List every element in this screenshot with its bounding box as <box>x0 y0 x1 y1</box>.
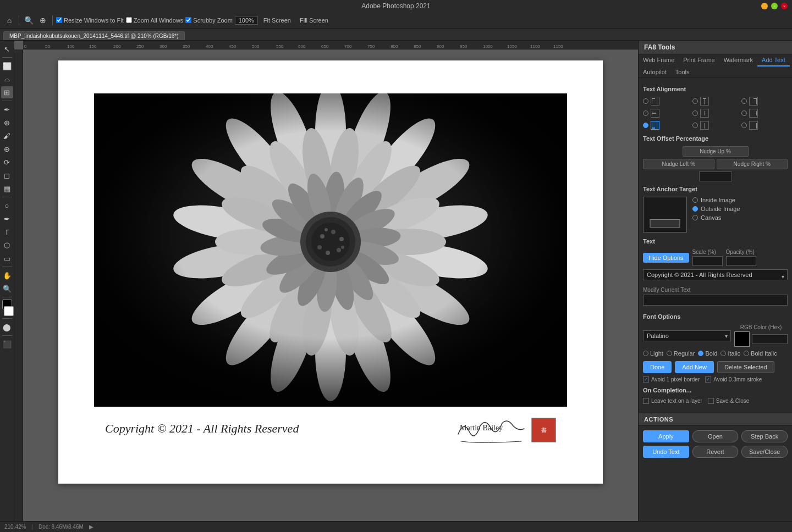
minimize-button[interactable]: − <box>761 3 768 9</box>
crop-tool[interactable]: ⊞ <box>1 86 13 98</box>
eyedropper-tool[interactable]: ✒ <box>1 103 13 115</box>
anchor-inside-image[interactable]: Inside Image <box>692 197 740 203</box>
scrubby-zoom-checkbox[interactable]: Scrubby Zoom <box>185 17 233 24</box>
text-preset-dropdown[interactable]: Copyright © 2021 - All Rights Reserved <box>643 269 788 280</box>
hide-options-button[interactable]: Hide Options <box>643 253 689 263</box>
resize-windows-checkbox[interactable]: Resize Windows to Fit <box>56 17 124 24</box>
close-button[interactable]: × <box>781 3 788 9</box>
modify-text-input[interactable]: Copyright © 2021 – All Rights Reserved <box>643 295 788 306</box>
align-radio-1-0[interactable] <box>643 110 648 116</box>
done-button[interactable]: Done <box>643 361 672 373</box>
zoom-all-input[interactable] <box>126 17 132 23</box>
history-tool[interactable]: ⟳ <box>1 156 13 168</box>
align-radio-1-2[interactable] <box>741 110 747 116</box>
shape-tool[interactable]: ▭ <box>1 252 13 264</box>
pen-tool[interactable]: ✒ <box>1 213 13 225</box>
color-swatch[interactable] <box>734 331 750 347</box>
align-radio-2-0[interactable] <box>643 123 648 128</box>
opacity-input[interactable]: 100 <box>726 256 756 266</box>
maximize-button[interactable]: + <box>771 3 778 9</box>
font-select[interactable]: Palatino <box>643 330 731 341</box>
save-close-box[interactable] <box>708 398 714 404</box>
marquee-tool[interactable]: ⬜ <box>1 60 13 72</box>
hand-tool[interactable]: ✋ <box>1 269 13 281</box>
align-radio-0-0[interactable] <box>643 98 648 104</box>
anchor-inside-radio[interactable] <box>692 197 698 203</box>
home-icon[interactable]: ⌂ <box>3 14 15 26</box>
rgb-hex-input[interactable]: #000000 <box>752 334 788 344</box>
zoom-all-checkbox[interactable]: Zoom All Windows <box>126 17 183 24</box>
leave-text-checkbox[interactable]: Leave text on a layer <box>643 398 702 404</box>
avoid-stroke-box[interactable] <box>705 376 711 383</box>
fill-screen-button[interactable]: Fill Screen <box>296 16 332 25</box>
apply-button[interactable]: Apply <box>643 430 689 442</box>
tab-autopilot[interactable]: Autopilot <box>639 66 671 77</box>
zoom-input[interactable] <box>235 16 258 25</box>
revert-button[interactable]: Revert <box>692 446 739 458</box>
eraser-tool[interactable]: ◻ <box>1 169 13 181</box>
nudge-left-button[interactable]: Nudge Left % <box>643 159 714 169</box>
style-light[interactable]: Light <box>643 350 663 357</box>
nudge-up-button[interactable]: Nudge Up % <box>683 146 749 157</box>
lasso-tool[interactable]: ⌓ <box>1 73 13 85</box>
tab-tools[interactable]: Tools <box>671 66 694 77</box>
healing-tool[interactable]: ⊕ <box>1 117 13 129</box>
zoom-icon[interactable]: ⊕ <box>37 14 49 26</box>
style-regular[interactable]: Regular <box>667 350 695 357</box>
align-radio-0-2[interactable] <box>741 98 747 104</box>
anchor-canvas[interactable]: Canvas <box>692 214 740 221</box>
align-radio-2-1[interactable] <box>692 123 698 128</box>
align-bot-center[interactable] <box>692 121 739 130</box>
avoid-stroke-checkbox[interactable]: Avoid 0.3mm stroke <box>705 376 762 383</box>
search-icon[interactable]: 🔍 <box>23 14 35 26</box>
undo-text-button[interactable]: Undo Text <box>643 446 689 458</box>
avoid-pixel-checkbox[interactable]: Avoid 1 pixel border <box>643 376 700 383</box>
status-arrow[interactable]: ▶ <box>89 524 94 530</box>
tab-watermark[interactable]: Watermark <box>719 54 757 66</box>
open-button[interactable]: Open <box>692 430 739 442</box>
style-light-radio[interactable] <box>643 351 648 356</box>
document-tab[interactable]: MBP_lindaishokubutsukouen_20141114_5446.… <box>3 31 185 40</box>
screen-mode[interactable]: ⬛ <box>1 338 13 350</box>
scale-input[interactable]: 30 <box>692 256 723 266</box>
quick-mask[interactable]: ⬤ <box>1 321 13 333</box>
style-italic-radio[interactable] <box>721 351 726 356</box>
align-bot-left[interactable] <box>643 121 689 130</box>
resize-windows-input[interactable] <box>56 17 62 23</box>
align-radio-2-2[interactable] <box>741 123 747 128</box>
scrubby-zoom-input[interactable] <box>185 17 191 23</box>
tab-add-text[interactable]: Add Text <box>757 54 790 66</box>
save-close-checkbox[interactable]: Save & Close <box>708 398 750 404</box>
align-radio-1-1[interactable] <box>692 110 698 116</box>
canvas-wrapper[interactable]: Copyright © 2021 - All Rights Reserved M… <box>23 49 638 521</box>
style-bold-radio[interactable] <box>698 351 703 356</box>
path-tool[interactable]: ⬡ <box>1 239 13 251</box>
offset-value-input[interactable]: 2 <box>699 171 732 181</box>
save-close-action-button[interactable]: Save/Close <box>741 446 788 458</box>
anchor-outside-radio[interactable] <box>692 206 698 212</box>
step-back-button[interactable]: Step Back <box>741 430 788 442</box>
style-bold-italic[interactable]: Bold Italic <box>744 350 777 357</box>
dodge-tool[interactable]: ○ <box>1 199 13 212</box>
zoom-tool[interactable]: 🔍 <box>1 282 13 295</box>
style-italic[interactable]: Italic <box>721 350 740 357</box>
tab-web-frame[interactable]: Web Frame <box>639 54 679 66</box>
align-top-center[interactable] <box>692 97 739 106</box>
anchor-outside-image[interactable]: Outside Image <box>692 206 740 212</box>
gradient-tool[interactable]: ▦ <box>1 182 13 195</box>
tab-print-frame[interactable]: Print Frame <box>679 54 719 66</box>
type-tool[interactable]: T <box>1 226 13 238</box>
align-bot-right[interactable] <box>741 121 788 130</box>
align-radio-0-1[interactable] <box>692 98 698 104</box>
anchor-canvas-radio[interactable] <box>692 215 698 220</box>
align-mid-center[interactable] <box>692 109 739 118</box>
fit-screen-button[interactable]: Fit Screen <box>260 16 294 25</box>
leave-text-box[interactable] <box>643 398 649 404</box>
align-top-left[interactable] <box>643 97 689 106</box>
add-new-button[interactable]: Add New <box>675 361 714 373</box>
move-tool[interactable]: ↖ <box>1 43 13 55</box>
delete-selected-button[interactable]: Delete Selected <box>717 361 774 373</box>
align-top-right[interactable] <box>741 97 788 106</box>
style-bold-italic-radio[interactable] <box>744 351 749 356</box>
avoid-pixel-box[interactable] <box>643 376 649 383</box>
